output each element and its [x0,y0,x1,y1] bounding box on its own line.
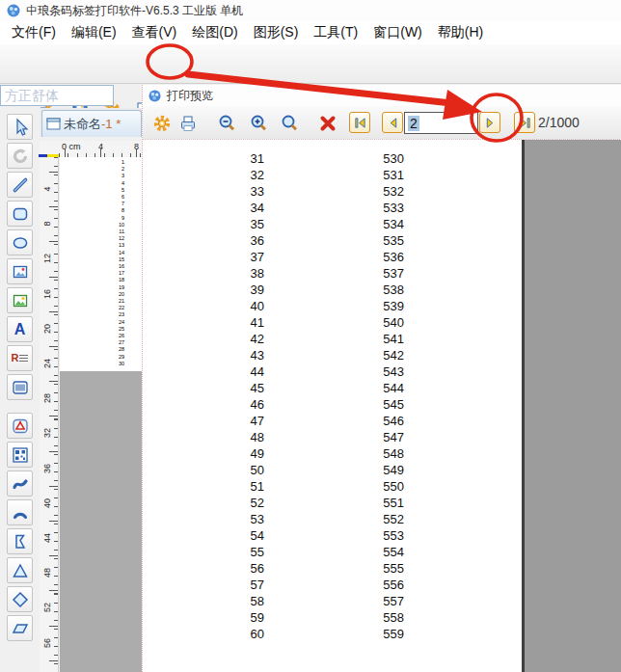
preview-zoom-out-button[interactable] [213,110,239,136]
preview-serial-right: 540 [264,314,404,331]
ellipse-icon [11,233,30,253]
picture-tool-button[interactable] [7,287,33,313]
canvas-row-number: 22 [60,305,124,311]
preview-serial-right: 549 [264,462,404,478]
triangle-tool-button[interactable] [7,557,33,583]
preview-serial-left: 43 [143,347,264,363]
preview-settings-button[interactable] [148,110,175,136]
preview-close-button[interactable] [314,110,340,136]
canvas-row-number: 3 [60,173,124,179]
preview-row: 39538 [143,282,522,298]
line-icon [11,175,30,195]
line-tool-button[interactable] [7,172,33,198]
font-family-combo[interactable]: 方正舒体 [0,85,114,106]
v-ruler-label: 4 [42,181,52,197]
preview-serial-right: 531 [264,167,404,183]
menu-item[interactable]: 窗口(W) [365,22,430,43]
preview-row: 51550 [143,478,522,495]
v-ruler-label: 32 [42,425,52,441]
preview-row: 58557 [143,593,522,609]
text-tool-button[interactable]: A [7,316,33,342]
next-page-button[interactable] [479,112,500,133]
preview-serial-left: 56 [143,560,264,577]
first-page-icon [354,117,366,129]
parallelogram-icon [11,619,30,638]
preview-serial-right: 556 [264,577,404,593]
barcode-tool-button[interactable] [7,374,33,400]
menu-item[interactable]: 绘图(D) [184,22,245,43]
preview-serial-right: 530 [264,150,404,167]
canvas-number-column: 1234567891011121314151617181920212223242… [60,159,124,367]
menu-item[interactable]: 帮助(H) [430,22,491,43]
preview-serial-right: 555 [264,560,404,577]
previous-page-button[interactable] [382,112,403,133]
preview-row: 60559 [143,626,522,642]
preview-serial-left: 42 [143,331,264,347]
qrcode-icon [11,445,30,465]
zoom-in-icon [249,114,268,133]
menu-item[interactable]: 查看(V) [124,22,185,43]
preview-viewport[interactable]: 3153032531335323453335534365353753638537… [143,140,621,672]
arc-tool-button[interactable] [7,499,33,525]
menu-item[interactable]: 工具(T) [306,22,365,43]
curve-tool-button[interactable] [7,470,33,497]
cursor-icon [11,118,30,137]
special-shape-tool-button[interactable] [7,413,33,439]
rounded-rectangle-icon [11,204,30,224]
v-ruler-label: 52 [42,600,52,615]
preview-serial-left: 40 [143,298,264,314]
page-indicator: 2/1000 [538,115,580,130]
parallelogram-tool-button[interactable] [7,615,33,641]
document-tab-bar: 未命名-1 * [40,108,142,137]
menu-item[interactable]: 图形(S) [246,22,307,43]
first-page-button[interactable] [349,112,370,133]
document-tab[interactable]: 未命名-1 * [41,110,142,137]
preview-row: 47546 [143,413,522,429]
preview-print-button[interactable] [175,110,201,136]
menu-item[interactable]: 文件(F) [4,22,64,43]
preview-row: 32531 [143,167,522,183]
preview-serial-left: 46 [143,396,264,413]
last-page-button[interactable] [514,112,535,133]
select-tool-button[interactable] [7,114,33,140]
menu-bar: 文件(F)编辑(E)查看(V)绘图(D)图形(S)工具(T)窗口(W)帮助(H) [0,21,621,44]
preview-zoom-reset-button[interactable] [276,110,302,136]
preview-zoom-in-button[interactable] [245,110,271,136]
rotate-tool-button[interactable] [7,143,33,169]
preview-serial-left: 52 [143,495,264,511]
canvas-row-number: 27 [60,339,124,346]
canvas-row-number: 12 [60,235,124,242]
preview-row: 31530 [143,150,522,167]
richtext-tool-button[interactable]: R [7,345,33,371]
dialog-title-bar[interactable]: 打印预览 [143,85,621,106]
preview-serial-left: 39 [143,282,264,298]
preview-row: 52551 [143,495,522,511]
preview-toolbar: 2 2/1000 [143,106,621,140]
ellipse-tool-button[interactable] [7,229,33,255]
canvas-row-number: 11 [60,228,124,235]
page-number-input[interactable]: 2 [404,112,478,134]
v-ruler-label: 40 [42,496,52,511]
image-tool-button[interactable] [7,258,33,284]
qrcode-tool-button[interactable] [7,442,33,468]
preview-serial-right: 542 [264,347,404,363]
menu-item[interactable]: 编辑(E) [64,22,124,43]
preview-serial-right: 547 [264,429,404,445]
preview-serial-left: 48 [143,429,264,445]
preview-row: 45544 [143,380,522,396]
canvas-row-number: 21 [60,298,124,305]
canvas-row-number: 28 [60,346,124,353]
preview-serial-right: 550 [264,478,404,495]
rounded-rect-tool-button[interactable] [7,201,33,227]
horizontal-ruler: 0 cm 4 8 [59,141,142,157]
preview-serial-left: 38 [143,265,264,282]
polygon-tool-button[interactable] [7,528,33,554]
diamond-tool-button[interactable] [7,586,33,612]
polygon-icon [11,532,30,551]
preview-serial-left: 58 [143,593,264,609]
canvas-row-number: 23 [60,311,124,318]
design-canvas[interactable]: 1234567891011121314151617181920212223242… [60,157,142,672]
special-shape-icon [11,417,30,436]
close-x-icon [318,114,338,133]
preview-serial-left: 57 [143,577,264,593]
